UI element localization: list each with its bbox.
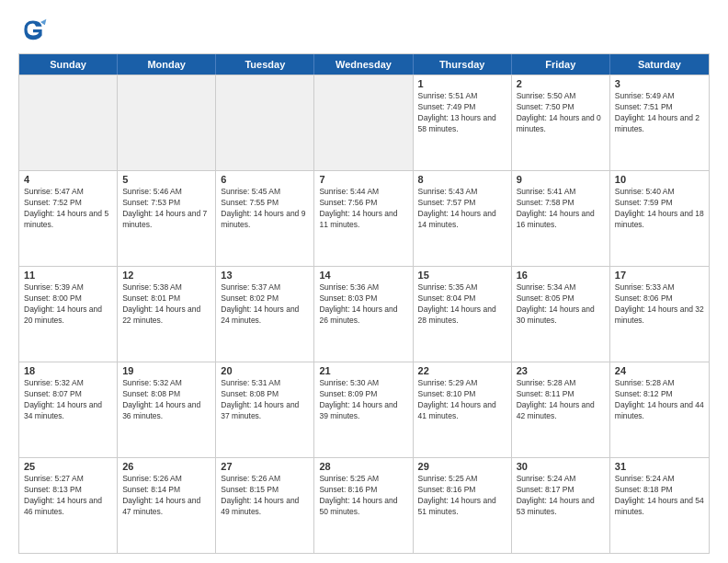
cell-info: Sunrise: 5:25 AM Sunset: 8:16 PM Dayligh… <box>418 474 506 518</box>
day-number: 31 <box>615 461 704 472</box>
cal-header-cell: Monday <box>118 54 216 75</box>
cell-info: Sunrise: 5:51 AM Sunset: 7:49 PM Dayligh… <box>418 91 506 135</box>
calendar-header: SundayMondayTuesdayWednesdayThursdayFrid… <box>19 54 709 75</box>
cell-info: Sunrise: 5:33 AM Sunset: 8:06 PM Dayligh… <box>615 282 704 327</box>
day-number: 21 <box>319 365 407 376</box>
logo-icon <box>18 15 48 44</box>
day-number: 6 <box>221 174 309 185</box>
cal-header-cell: Tuesday <box>216 54 314 75</box>
cal-cell: 10Sunrise: 5:40 AM Sunset: 7:59 PM Dayli… <box>610 171 709 266</box>
cal-cell: 11Sunrise: 5:39 AM Sunset: 8:00 PM Dayli… <box>19 267 118 362</box>
page: SundayMondayTuesdayWednesdayThursdayFrid… <box>0 0 728 563</box>
cal-cell: 6Sunrise: 5:45 AM Sunset: 7:55 PM Daylig… <box>216 171 314 266</box>
day-number: 7 <box>319 174 407 185</box>
cell-info: Sunrise: 5:29 AM Sunset: 8:10 PM Dayligh… <box>418 378 506 422</box>
cal-cell: 31Sunrise: 5:24 AM Sunset: 8:18 PM Dayli… <box>610 458 709 553</box>
cell-info: Sunrise: 5:40 AM Sunset: 7:59 PM Dayligh… <box>615 187 704 231</box>
cal-cell: 26Sunrise: 5:26 AM Sunset: 8:14 PM Dayli… <box>118 458 216 553</box>
cal-row: 4Sunrise: 5:47 AM Sunset: 7:52 PM Daylig… <box>19 170 709 266</box>
day-number: 8 <box>418 174 506 185</box>
day-number: 22 <box>418 365 506 376</box>
cal-cell: 21Sunrise: 5:30 AM Sunset: 8:09 PM Dayli… <box>314 362 413 457</box>
cal-cell <box>216 75 314 170</box>
day-number: 11 <box>24 270 112 281</box>
cal-cell <box>118 75 216 170</box>
cal-cell: 4Sunrise: 5:47 AM Sunset: 7:52 PM Daylig… <box>19 171 118 266</box>
day-number: 27 <box>221 461 309 472</box>
cal-cell: 20Sunrise: 5:31 AM Sunset: 8:08 PM Dayli… <box>216 362 314 457</box>
calendar-body: 1Sunrise: 5:51 AM Sunset: 7:49 PM Daylig… <box>19 75 709 553</box>
cell-info: Sunrise: 5:28 AM Sunset: 8:11 PM Dayligh… <box>517 378 605 422</box>
cal-cell: 19Sunrise: 5:32 AM Sunset: 8:08 PM Dayli… <box>118 362 216 457</box>
day-number: 3 <box>615 78 704 89</box>
cell-info: Sunrise: 5:50 AM Sunset: 7:50 PM Dayligh… <box>517 91 605 135</box>
cal-cell: 30Sunrise: 5:24 AM Sunset: 8:17 PM Dayli… <box>512 458 610 553</box>
cal-cell: 12Sunrise: 5:38 AM Sunset: 8:01 PM Dayli… <box>118 267 216 362</box>
cell-info: Sunrise: 5:49 AM Sunset: 7:51 PM Dayligh… <box>615 91 704 135</box>
cal-cell <box>314 75 413 170</box>
cal-cell: 25Sunrise: 5:27 AM Sunset: 8:13 PM Dayli… <box>19 458 118 553</box>
cal-cell: 23Sunrise: 5:28 AM Sunset: 8:11 PM Dayli… <box>512 362 610 457</box>
cal-cell: 18Sunrise: 5:32 AM Sunset: 8:07 PM Dayli… <box>19 362 118 457</box>
cal-cell: 2Sunrise: 5:50 AM Sunset: 7:50 PM Daylig… <box>512 75 610 170</box>
day-number: 16 <box>517 270 605 281</box>
calendar: SundayMondayTuesdayWednesdayThursdayFrid… <box>18 53 710 554</box>
cal-header-cell: Saturday <box>610 54 709 75</box>
day-number: 13 <box>221 270 309 281</box>
cell-info: Sunrise: 5:45 AM Sunset: 7:55 PM Dayligh… <box>221 187 309 231</box>
cell-info: Sunrise: 5:43 AM Sunset: 7:57 PM Dayligh… <box>418 187 506 231</box>
cal-cell: 24Sunrise: 5:28 AM Sunset: 8:12 PM Dayli… <box>610 362 709 457</box>
cal-header-cell: Friday <box>512 54 610 75</box>
header <box>18 15 710 44</box>
day-number: 23 <box>517 365 605 376</box>
cal-row: 18Sunrise: 5:32 AM Sunset: 8:07 PM Dayli… <box>19 362 709 457</box>
logo <box>18 15 51 44</box>
cell-info: Sunrise: 5:26 AM Sunset: 8:15 PM Dayligh… <box>221 474 309 518</box>
cell-info: Sunrise: 5:26 AM Sunset: 8:14 PM Dayligh… <box>122 474 210 518</box>
cal-header-cell: Wednesday <box>314 54 413 75</box>
cal-row: 11Sunrise: 5:39 AM Sunset: 8:00 PM Dayli… <box>19 266 709 362</box>
cell-info: Sunrise: 5:37 AM Sunset: 8:02 PM Dayligh… <box>221 282 309 327</box>
cell-info: Sunrise: 5:24 AM Sunset: 8:17 PM Dayligh… <box>517 474 605 518</box>
cal-cell: 7Sunrise: 5:44 AM Sunset: 7:56 PM Daylig… <box>314 171 413 266</box>
day-number: 29 <box>418 461 506 472</box>
day-number: 24 <box>615 365 704 376</box>
cal-cell: 29Sunrise: 5:25 AM Sunset: 8:16 PM Dayli… <box>414 458 512 553</box>
cell-info: Sunrise: 5:27 AM Sunset: 8:13 PM Dayligh… <box>24 474 112 518</box>
cal-cell: 14Sunrise: 5:36 AM Sunset: 8:03 PM Dayli… <box>314 267 413 362</box>
day-number: 26 <box>122 461 210 472</box>
cell-info: Sunrise: 5:38 AM Sunset: 8:01 PM Dayligh… <box>122 282 210 327</box>
cell-info: Sunrise: 5:30 AM Sunset: 8:09 PM Dayligh… <box>319 378 407 422</box>
day-number: 10 <box>615 174 704 185</box>
day-number: 28 <box>319 461 407 472</box>
cal-cell: 1Sunrise: 5:51 AM Sunset: 7:49 PM Daylig… <box>414 75 512 170</box>
cell-info: Sunrise: 5:46 AM Sunset: 7:53 PM Dayligh… <box>122 187 210 231</box>
cal-row: 1Sunrise: 5:51 AM Sunset: 7:49 PM Daylig… <box>19 75 709 170</box>
cell-info: Sunrise: 5:41 AM Sunset: 7:58 PM Dayligh… <box>517 187 605 231</box>
cell-info: Sunrise: 5:47 AM Sunset: 7:52 PM Dayligh… <box>24 187 112 231</box>
cell-info: Sunrise: 5:32 AM Sunset: 8:07 PM Dayligh… <box>24 378 112 422</box>
cal-cell: 16Sunrise: 5:34 AM Sunset: 8:05 PM Dayli… <box>512 267 610 362</box>
day-number: 15 <box>418 270 506 281</box>
cell-info: Sunrise: 5:34 AM Sunset: 8:05 PM Dayligh… <box>517 282 605 327</box>
day-number: 5 <box>122 174 210 185</box>
cell-info: Sunrise: 5:24 AM Sunset: 8:18 PM Dayligh… <box>615 474 704 518</box>
cell-info: Sunrise: 5:28 AM Sunset: 8:12 PM Dayligh… <box>615 378 704 422</box>
cal-cell: 3Sunrise: 5:49 AM Sunset: 7:51 PM Daylig… <box>610 75 709 170</box>
day-number: 25 <box>24 461 112 472</box>
cell-info: Sunrise: 5:25 AM Sunset: 8:16 PM Dayligh… <box>319 474 407 518</box>
cal-cell: 28Sunrise: 5:25 AM Sunset: 8:16 PM Dayli… <box>314 458 413 553</box>
cell-info: Sunrise: 5:39 AM Sunset: 8:00 PM Dayligh… <box>24 282 112 327</box>
day-number: 30 <box>517 461 605 472</box>
cal-cell: 15Sunrise: 5:35 AM Sunset: 8:04 PM Dayli… <box>414 267 512 362</box>
cal-cell: 5Sunrise: 5:46 AM Sunset: 7:53 PM Daylig… <box>118 171 216 266</box>
cal-cell: 8Sunrise: 5:43 AM Sunset: 7:57 PM Daylig… <box>414 171 512 266</box>
day-number: 1 <box>418 78 506 89</box>
cal-cell: 17Sunrise: 5:33 AM Sunset: 8:06 PM Dayli… <box>610 267 709 362</box>
day-number: 18 <box>24 365 112 376</box>
cell-info: Sunrise: 5:36 AM Sunset: 8:03 PM Dayligh… <box>319 282 407 327</box>
day-number: 19 <box>122 365 210 376</box>
cell-info: Sunrise: 5:32 AM Sunset: 8:08 PM Dayligh… <box>122 378 210 422</box>
cal-cell: 9Sunrise: 5:41 AM Sunset: 7:58 PM Daylig… <box>512 171 610 266</box>
day-number: 2 <box>517 78 605 89</box>
